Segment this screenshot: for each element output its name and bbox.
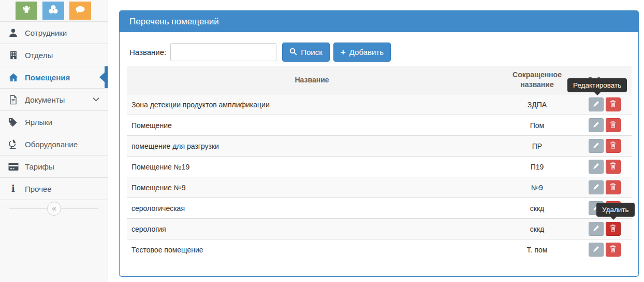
- rooms-panel: Перечень помещений Название: Поиск + Доб…: [119, 10, 639, 277]
- pencil-icon: [593, 246, 599, 254]
- table-row: серологическая сккд: [127, 198, 632, 219]
- add-button[interactable]: + Добавить: [333, 43, 391, 62]
- sidebar-collapse-row: «: [0, 200, 108, 217]
- edit-button[interactable]: [589, 118, 604, 132]
- credit-card-icon: [7, 162, 19, 171]
- trash-icon: [610, 204, 616, 213]
- sidebar-item-label: Оборудование: [25, 140, 78, 149]
- edit-button[interactable]: [589, 243, 604, 257]
- chat-button[interactable]: [69, 2, 91, 20]
- document-icon: [7, 95, 19, 105]
- trash-icon: [610, 183, 616, 192]
- sidebar-item-label: Помещения: [25, 73, 70, 82]
- sidebar-item-other[interactable]: i Прочее: [0, 178, 108, 200]
- table-header-row: Название Сокращенное название Действия: [127, 66, 632, 94]
- table-row: Зона детекции продуктов амплификации ЗДП…: [127, 94, 632, 115]
- pencil-icon: [593, 121, 599, 130]
- table-row: Тестовое помещение Т. пом: [127, 239, 632, 260]
- trash-icon: [610, 121, 616, 130]
- trefoil-icon: [47, 4, 60, 18]
- sidebar-item-tariffs[interactable]: Тарифы: [0, 156, 108, 178]
- delete-button[interactable]: [606, 201, 621, 215]
- edit-button[interactable]: [589, 160, 604, 174]
- pencil-icon: [593, 204, 599, 213]
- trash-icon: [610, 162, 616, 171]
- trash-icon: [610, 245, 616, 254]
- delete-button[interactable]: [606, 97, 621, 111]
- panel-title: Перечень помещений: [120, 11, 638, 32]
- trash-icon: [610, 224, 616, 233]
- name-filter-input[interactable]: [170, 43, 276, 61]
- table-row: Помещение №9 №9: [127, 177, 632, 198]
- pencil-icon: [593, 101, 599, 109]
- person-icon: [7, 28, 19, 38]
- eagle-emblem-button[interactable]: [16, 2, 37, 20]
- table-row: Помещение Пом: [127, 115, 632, 136]
- sidebar: Сотрудники Отделы Помещения Документы Яр…: [0, 0, 108, 282]
- pencil-icon: [593, 184, 599, 192]
- delete-button[interactable]: [606, 243, 621, 257]
- delete-button[interactable]: [606, 139, 621, 153]
- table-body: Зона детекции продуктов амплификации ЗДП…: [127, 94, 632, 260]
- sidebar-item-label: Отделы: [25, 51, 53, 60]
- eagle-icon: [20, 4, 33, 18]
- delete-button[interactable]: [606, 118, 621, 132]
- building-icon: [7, 50, 19, 60]
- info-icon: i: [7, 184, 19, 193]
- trefoil-emblem-button[interactable]: [42, 2, 64, 20]
- sidebar-item-departments[interactable]: Отделы: [0, 44, 108, 66]
- sidebar-item-label: Прочее: [25, 185, 52, 193]
- search-button[interactable]: Поиск: [282, 43, 330, 62]
- sidebar-item-label: Сотрудники: [25, 29, 67, 37]
- edit-button[interactable]: [589, 222, 604, 236]
- column-header-short-name: Сокращенное название: [497, 70, 577, 90]
- edit-button[interactable]: [589, 201, 604, 215]
- table-row: серология сккд: [127, 219, 632, 239]
- trash-icon: [610, 100, 616, 109]
- edit-button[interactable]: [589, 139, 604, 153]
- sidebar-item-employees[interactable]: Сотрудники: [0, 22, 108, 44]
- chevron-down-icon: [93, 97, 99, 102]
- table-row: помещение для разгрузки ПР: [127, 136, 632, 157]
- tag-icon: [7, 117, 19, 127]
- logo-row: [0, 0, 108, 22]
- pencil-icon: [593, 225, 599, 233]
- column-header-actions: Действия: [577, 76, 632, 84]
- sidebar-item-labels[interactable]: Ярлыки: [0, 111, 108, 133]
- sidebar-item-rooms[interactable]: Помещения: [0, 66, 108, 89]
- delete-button[interactable]: [606, 222, 621, 236]
- pencil-icon: [593, 142, 599, 150]
- column-header-name: Название: [127, 76, 497, 84]
- microscope-icon: [7, 139, 19, 150]
- delete-button[interactable]: [606, 180, 621, 194]
- edit-button[interactable]: [589, 97, 604, 111]
- collapse-sidebar-button[interactable]: «: [47, 202, 61, 216]
- speech-bubble-icon: [75, 5, 86, 17]
- sidebar-item-label: Ярлыки: [25, 118, 52, 126]
- home-icon: [7, 73, 19, 82]
- search-row: Название: Поиск + Добавить: [120, 32, 638, 62]
- trash-icon: [610, 142, 616, 150]
- edit-button[interactable]: [589, 180, 604, 194]
- sidebar-item-documents[interactable]: Документы: [0, 89, 108, 111]
- sidebar-item-label: Тарифы: [25, 162, 54, 171]
- pencil-icon: [593, 163, 599, 171]
- sidebar-item-label: Документы: [25, 95, 65, 104]
- table-row: Помещение №19 П19: [127, 157, 632, 177]
- plus-icon: +: [341, 48, 346, 57]
- rooms-table: Название Сокращенное название Действия З…: [127, 66, 632, 260]
- sidebar-item-equipment[interactable]: Оборудование: [0, 133, 108, 156]
- name-filter-label: Название:: [129, 48, 166, 57]
- delete-button[interactable]: [606, 160, 621, 174]
- search-icon: [289, 48, 297, 57]
